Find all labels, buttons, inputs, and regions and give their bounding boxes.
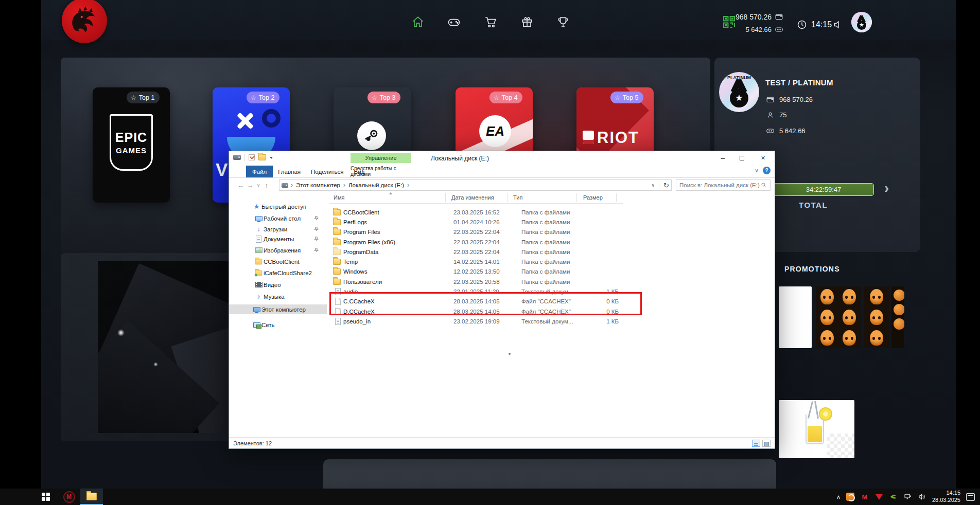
taskbar-launcher-app[interactable]: M xyxy=(58,489,80,505)
address-row: ← → ∨ ↑ › Этот компьютер › Локальный дис… xyxy=(229,178,775,192)
up-button[interactable]: ↑ xyxy=(262,182,271,189)
breadcrumb-this-pc[interactable]: Этот компьютер xyxy=(293,182,343,188)
tab-home[interactable]: Главная xyxy=(273,166,306,177)
gift-icon[interactable] xyxy=(520,15,534,29)
file-row[interactable]: CCBootClient23.03.2025 16:52 Папка с фай… xyxy=(329,207,619,217)
qat-properties-icon[interactable] xyxy=(249,154,255,160)
breadcrumb-local-disk-e[interactable]: Локальный диск (E:) xyxy=(345,182,407,188)
balance-secondary[interactable]: 5 642.66 xyxy=(726,25,783,34)
tray-m-app-icon[interactable]: M xyxy=(860,492,869,501)
address-bar[interactable]: › Этот компьютер › Локальный диск (E:) ›… xyxy=(279,179,672,191)
promo-banner-skulls-2[interactable] xyxy=(864,286,889,348)
file-row[interactable]: pseudo_in23.02.2025 19:09 Текстовый доку… xyxy=(329,316,619,326)
maximize-button[interactable] xyxy=(732,151,751,165)
start-button[interactable] xyxy=(34,489,58,505)
nav-network[interactable]: Сеть xyxy=(229,320,327,330)
cart-icon[interactable] xyxy=(483,15,498,29)
file-row[interactable]: ProgramData22.03.2025 22:04 Папка с файл… xyxy=(329,247,619,257)
nav-downloads[interactable]: ↓ Загрузки xyxy=(229,224,327,234)
user-avatar[interactable]: ★ xyxy=(851,12,872,32)
profile-bonus-row: 5 642.66 xyxy=(766,127,806,135)
tray-orange-app-icon[interactable] xyxy=(846,492,855,501)
downloads-icon: ↓ xyxy=(255,226,262,232)
close-button[interactable]: × xyxy=(751,151,775,165)
taskbar-explorer-app[interactable] xyxy=(80,489,103,505)
items-count: Элементов: 12 xyxy=(233,440,272,446)
nav-ccbootclient[interactable]: CCBootClient xyxy=(229,257,327,266)
tab-drive-tools[interactable]: Средства работы с дисками xyxy=(351,166,411,177)
column-name[interactable]: Имя xyxy=(334,194,344,201)
details-view-button[interactable] xyxy=(752,440,760,447)
drive-icon xyxy=(233,155,241,160)
nav-this-pc[interactable]: Этот компьютер xyxy=(229,304,327,314)
search-placeholder: Поиск в: Локальный диск (E:) xyxy=(679,182,760,188)
action-center-icon[interactable] xyxy=(966,492,975,501)
nav-desktop[interactable]: Рабочий стол xyxy=(229,213,327,223)
promo-banner-skulls[interactable] xyxy=(816,286,861,348)
windows-logo-icon xyxy=(42,493,50,501)
tray-download-icon[interactable] xyxy=(874,492,884,501)
speaker-icon[interactable] xyxy=(833,20,843,32)
column-size[interactable]: Размер xyxy=(583,194,603,201)
game-card-epic[interactable]: EPIC GAMES ☆Top 1 xyxy=(93,87,170,203)
coin-icon xyxy=(766,127,775,135)
file-row[interactable]: Program Files22.03.2025 22:04 Папка с фа… xyxy=(329,227,619,237)
home-icon[interactable] xyxy=(411,15,425,29)
column-type[interactable]: Тип xyxy=(513,194,522,201)
bottom-sheet-panel xyxy=(323,459,776,489)
dragon-icon xyxy=(72,11,95,32)
tab-share[interactable]: Поделиться xyxy=(306,166,349,177)
recent-locations-icon[interactable]: ∨ xyxy=(255,183,262,188)
refresh-icon[interactable]: ↻ xyxy=(663,182,669,189)
gamepad-icon[interactable] xyxy=(447,15,461,29)
expand-chevron-icon[interactable]: › xyxy=(884,180,889,196)
wallet-icon xyxy=(766,95,775,104)
nav-videos[interactable]: Видео xyxy=(229,280,327,290)
balance-primary[interactable]: 968 570.26 xyxy=(726,12,783,21)
search-box[interactable]: Поиск в: Локальный диск (E:) xyxy=(676,179,771,191)
nav-pictures[interactable]: Изображения xyxy=(229,245,327,255)
forward-button[interactable]: → xyxy=(246,182,255,189)
ribbon-collapse-icon[interactable]: ∨ xyxy=(755,167,759,174)
nav-documents[interactable]: Документы xyxy=(229,234,327,244)
minimize-button[interactable]: – xyxy=(713,151,732,165)
qat-new-folder-icon[interactable] xyxy=(258,154,266,160)
platinum-medal-avatar[interactable]: PLATINUM ★ xyxy=(719,72,759,112)
thumbnail-view-button[interactable] xyxy=(762,440,771,447)
nav-quick-access[interactable]: ★ Быстрый доступ xyxy=(229,202,327,211)
star-icon: ☆ xyxy=(372,95,377,101)
taskbar-clock[interactable]: 14:15 28.03.2025 xyxy=(932,490,960,504)
explorer-titlebar: Управление Локальный диск (E:) – × xyxy=(229,151,775,165)
promo-banner-cut[interactable] xyxy=(891,286,904,348)
computer-icon xyxy=(253,307,260,312)
column-date-modified[interactable]: Дата изменения xyxy=(451,194,494,201)
back-button[interactable]: ← xyxy=(236,182,246,189)
promo-banner-lemonade[interactable] xyxy=(779,400,854,458)
file-row[interactable]: Пользователи22.03.2025 20:58 Папка с фай… xyxy=(329,277,619,286)
file-row[interactable]: Windows12.02.2025 13:50 Папка с файлами xyxy=(329,267,619,277)
trophy-icon[interactable] xyxy=(556,15,570,29)
file-row[interactable]: PerfLogs01.04.2024 10:26 Папка с файлами xyxy=(329,217,619,227)
taskbar: M ∧ M 14:15 28.03.2025 xyxy=(0,489,980,505)
tray-nvidia-icon[interactable] xyxy=(889,492,898,501)
folder-icon xyxy=(333,239,341,245)
nav-icafecloudshare2[interactable]: iCafeCloudShare2 xyxy=(229,268,327,278)
tab-file[interactable]: Файл xyxy=(246,166,273,177)
sort-ascending-icon xyxy=(389,191,392,194)
launcher-logo[interactable] xyxy=(62,0,107,43)
tray-expand-icon[interactable]: ∧ xyxy=(836,494,841,500)
top-badge: ☆Top 3 xyxy=(367,92,400,103)
qat-customize-icon[interactable] xyxy=(270,157,273,160)
help-icon[interactable]: ? xyxy=(763,167,771,174)
file-row[interactable]: Temp14.02.2025 14:01 Папка с файлами xyxy=(329,257,619,266)
promo-banner-blank[interactable] xyxy=(779,286,812,348)
explorer-folder-icon xyxy=(86,493,97,500)
tray-speaker-icon[interactable] xyxy=(918,492,927,501)
status-bar: Элементов: 12 xyxy=(229,437,775,448)
shared-folder-icon xyxy=(255,270,262,276)
ribbon-tabstrip: Файл Главная Поделиться Вид Средства раб… xyxy=(229,166,775,178)
nav-music[interactable]: ♪ Музыка xyxy=(229,292,327,301)
tray-network-icon[interactable] xyxy=(903,492,913,501)
file-row[interactable]: Program Files (x86)22.03.2025 22:04 Папк… xyxy=(329,237,619,247)
address-dropdown-icon[interactable]: ∨ xyxy=(652,183,655,188)
